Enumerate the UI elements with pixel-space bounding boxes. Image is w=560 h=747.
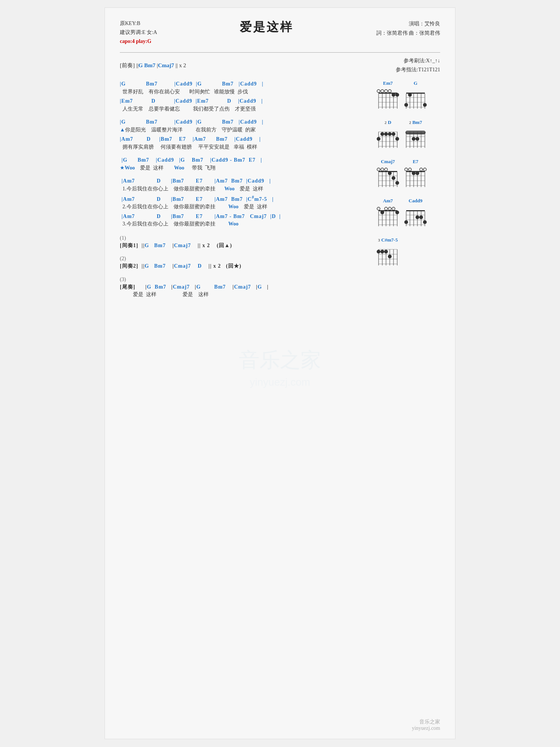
outro-lyric: 爱是 这样 爱是 这样 xyxy=(120,290,373,299)
section-4: |Am7 D |Bm7 E7 |Am7 Bm7 |Cadd9 | 1.今后我住在… xyxy=(120,177,373,228)
svg-point-73 xyxy=(395,181,399,185)
lyric-row-2a: ▲你是阳光 温暖整片海洋 在我前方 守护温暖 的家 xyxy=(120,126,373,134)
chord-row-2a: |G Bm7 |Cadd9 |G Bm7 |Cadd9 | xyxy=(120,118,373,126)
svg-point-102 xyxy=(388,207,391,210)
svg-point-89 xyxy=(423,168,426,171)
svg-point-87 xyxy=(408,168,411,171)
diagram-E7-label: E7 xyxy=(413,159,418,165)
svg-point-132 xyxy=(384,250,388,253)
diagram-Cmaj7-label: Cmaj7 xyxy=(381,159,395,165)
chord-row-3a: |G Bm7 |Cadd9 |G Bm7 |Cadd9 - Bm7 E7 | xyxy=(120,156,373,164)
main-content: |G Bm7 |Cadd9 |G Bm7 |Cadd9 | 世界好乱 有你在就心… xyxy=(120,80,373,301)
diagram-Cadd9: Cadd9 xyxy=(404,198,427,231)
diagram-Am7: Am7 xyxy=(377,198,399,231)
diagram-Bm7: 2 Bm7 xyxy=(404,119,427,153)
num-section-3: (3) [尾奏] |G Bm7 |Cmaj7 |G Bm7 |Cmaj7 |G … xyxy=(120,277,373,299)
svg-point-118 xyxy=(404,220,408,224)
diagram-Em7: Em7 xyxy=(377,80,399,113)
header-right: 演唱：艾怜良 詞：张简君伟 曲：张简君伟 xyxy=(376,19,441,38)
svg-point-26 xyxy=(404,103,408,107)
section-1: |G Bm7 |Cadd9 |G Bm7 |Cadd9 | 世界好乱 有你在就心… xyxy=(120,80,373,113)
svg-point-28 xyxy=(423,103,427,107)
svg-point-27 xyxy=(408,93,412,97)
svg-point-88 xyxy=(420,168,423,171)
chord-row-1a: |G Bm7 |Cadd9 |G Bm7 |Cadd9 | xyxy=(120,80,373,88)
svg-point-43 xyxy=(377,137,380,141)
diagram-Cmaj7: Cmaj7 xyxy=(377,159,399,192)
svg-point-14 xyxy=(392,93,395,97)
svg-rect-45 xyxy=(405,131,426,134)
footer-brand: 音乐之家 xyxy=(412,719,440,725)
Cmaj7-svg xyxy=(377,166,399,192)
key-info: 原KEY:B xyxy=(120,19,157,28)
svg-point-85 xyxy=(416,171,419,175)
svg-point-11 xyxy=(381,90,384,93)
num-section-2: (2) [间奏2] ||G Bm7 |Cmaj7 D || x 2 (回★) xyxy=(120,256,373,270)
diagram-Am7-label: Am7 xyxy=(383,198,393,204)
svg-point-86 xyxy=(405,168,408,171)
svg-point-56 xyxy=(412,137,416,141)
chord-row-4a: |Am7 D |Bm7 E7 |Am7 Bm7 |Cadd9 | xyxy=(120,177,373,185)
lyric-row-2b: 拥有厚实肩膀 何须要有翅膀 平平安安就是 幸福 模样 xyxy=(120,143,373,151)
svg-point-57 xyxy=(416,137,419,141)
lyric-row-4a: 1.今后我住在你心上 做你最甜蜜的牵挂 Woo 爱是 这样 xyxy=(120,185,373,193)
svg-rect-106 xyxy=(406,210,425,211)
svg-rect-74 xyxy=(406,171,425,172)
section-3: |G Bm7 |Cadd9 |G Bm7 |Cadd9 - Bm7 E7 | ★… xyxy=(120,156,373,172)
diagram-D: 2 D xyxy=(377,119,399,153)
svg-point-133 xyxy=(388,255,392,258)
chord-diagrams-panel: Em7 xyxy=(377,80,440,301)
svg-point-84 xyxy=(412,171,416,175)
svg-point-105 xyxy=(395,211,399,214)
num-section-1: (1) [间奏1] ||G Bm7 |Cmaj7 || x 2 (回▲) xyxy=(120,235,373,249)
chord-row-4b: |Am7 D |Bm7 E7 |Am7 Bm7 |C#m7-5 | xyxy=(120,194,373,203)
Am7-svg xyxy=(377,205,399,231)
svg-point-40 xyxy=(384,132,388,136)
svg-point-39 xyxy=(380,132,384,136)
diagram-Em7-label: Em7 xyxy=(383,80,393,86)
svg-point-13 xyxy=(388,90,391,93)
svg-rect-58 xyxy=(379,171,397,172)
singer: 演唱：艾怜良 xyxy=(376,19,441,28)
Csm7-5-svg xyxy=(377,244,399,270)
diagram-G-label: G xyxy=(414,80,417,86)
song-title: 爱是这样 xyxy=(157,19,376,35)
chord-row-2b: |Am7 D |Bm7 E7 |Am7 Bm7 |Cadd9 | xyxy=(120,136,373,143)
svg-point-70 xyxy=(385,168,388,171)
num-label-2: (2) xyxy=(120,256,373,262)
svg-text:yinyuezj.com: yinyuezj.com xyxy=(250,376,310,388)
diagram-Csm7-5: 3 C#m7-5 xyxy=(377,237,399,270)
svg-point-68 xyxy=(377,168,380,171)
capo-info: capo:4 play:G xyxy=(120,37,157,46)
suggest-key: 建议男调:E 女:A xyxy=(120,28,157,37)
reference: 参考刷法:X↑_↑↓ 参考指法:T121T121 xyxy=(396,56,440,74)
svg-point-119 xyxy=(423,220,427,224)
svg-text:音乐之家: 音乐之家 xyxy=(239,349,321,371)
chord-row-4c: |Am7 D |Bm7 E7 |Am7 - Bm7 Cmaj7 |D | xyxy=(120,213,373,220)
lyric-row-1b: 人生无常 总要学着健忘 我们都受了点伤 才更坚强 xyxy=(120,105,373,113)
outro-chord: [尾奏] |G Bm7 |Cmaj7 |G Bm7 |Cmaj7 |G | xyxy=(120,283,373,291)
E7-svg xyxy=(404,166,427,192)
svg-point-101 xyxy=(385,207,388,210)
svg-point-130 xyxy=(377,250,380,253)
lyric-row-1a: 世界好乱 有你在就心安 时间匆忙 谁能放慢 步伐 xyxy=(120,88,373,96)
diagram-Bm7-label: 2 Bm7 xyxy=(409,119,422,125)
svg-point-10 xyxy=(377,90,380,93)
header-left: 原KEY:B 建议男调:E 女:A capo:4 play:G xyxy=(120,19,157,46)
diagram-D-label: 2 D xyxy=(385,119,391,125)
prelude-text: [前奏] ||G Bm7 |Cmaj7 || x 2 xyxy=(120,62,186,69)
svg-point-71 xyxy=(388,171,392,175)
interlude1-chord: [间奏1] ||G Bm7 |Cmaj7 || x 2 (回▲) xyxy=(120,242,373,249)
diagram-pair-2: 2 D xyxy=(377,119,440,153)
Em7-svg xyxy=(377,87,399,113)
footer-url: yinyuezj.com xyxy=(412,725,440,731)
svg-point-12 xyxy=(385,90,388,93)
diagram-G: G xyxy=(404,80,427,113)
fingering-ref: 参考指法:T121T121 xyxy=(396,65,440,74)
diagram-Csm7-5-label: 3 C#m7-5 xyxy=(378,237,398,243)
diagram-pair-1: Em7 xyxy=(377,80,440,113)
svg-point-72 xyxy=(392,176,395,180)
svg-point-117 xyxy=(419,215,423,219)
diagram-pair-4: Am7 xyxy=(377,198,440,231)
divider xyxy=(120,52,440,53)
